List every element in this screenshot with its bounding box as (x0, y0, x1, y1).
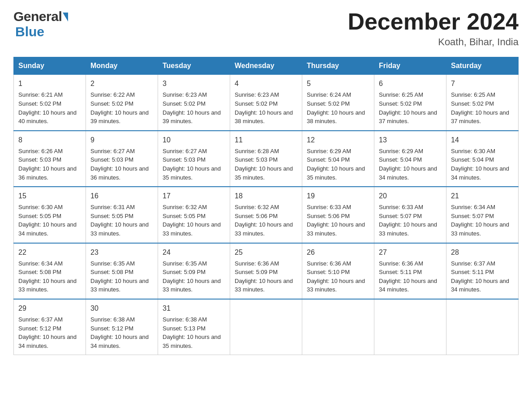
calendar-cell: 17Sunrise: 6:32 AMSunset: 5:05 PMDayligh… (158, 187, 230, 243)
day-info: Sunrise: 6:33 AMSunset: 5:06 PMDaylight:… (307, 204, 365, 237)
calendar-cell: 25Sunrise: 6:36 AMSunset: 5:09 PMDayligh… (230, 243, 302, 299)
day-number: 3 (163, 78, 225, 89)
day-info: Sunrise: 6:21 AMSunset: 5:02 PMDaylight:… (18, 91, 77, 124)
header-tuesday: Tuesday (158, 57, 230, 75)
calendar-cell: 19Sunrise: 6:33 AMSunset: 5:06 PMDayligh… (302, 187, 374, 243)
calendar-cell: 30Sunrise: 6:38 AMSunset: 5:12 PMDayligh… (86, 299, 158, 355)
day-number: 7 (451, 78, 514, 89)
day-info: Sunrise: 6:26 AMSunset: 5:03 PMDaylight:… (18, 148, 77, 181)
calendar-cell: 24Sunrise: 6:35 AMSunset: 5:09 PMDayligh… (158, 243, 230, 299)
calendar-cell: 16Sunrise: 6:31 AMSunset: 5:05 PMDayligh… (86, 187, 158, 243)
calendar-header-row: SundayMondayTuesdayWednesdayThursdayFrid… (14, 57, 519, 75)
day-info: Sunrise: 6:23 AMSunset: 5:02 PMDaylight:… (235, 91, 293, 124)
day-number: 13 (379, 135, 442, 145)
day-number: 26 (307, 247, 369, 257)
day-info: Sunrise: 6:22 AMSunset: 5:02 PMDaylight:… (90, 91, 149, 124)
day-info: Sunrise: 6:31 AMSunset: 5:05 PMDaylight:… (90, 204, 149, 237)
day-info: Sunrise: 6:24 AMSunset: 5:02 PMDaylight:… (307, 91, 365, 124)
day-info: Sunrise: 6:23 AMSunset: 5:02 PMDaylight:… (163, 91, 221, 124)
calendar-cell: 14Sunrise: 6:30 AMSunset: 5:04 PMDayligh… (446, 131, 519, 187)
calendar-cell: 6Sunrise: 6:25 AMSunset: 5:02 PMDaylight… (374, 75, 446, 131)
week-row-3: 15Sunrise: 6:30 AMSunset: 5:05 PMDayligh… (14, 187, 519, 243)
day-number: 24 (163, 247, 225, 257)
calendar-cell: 27Sunrise: 6:36 AMSunset: 5:11 PMDayligh… (374, 243, 446, 299)
calendar-cell: 28Sunrise: 6:37 AMSunset: 5:11 PMDayligh… (446, 243, 519, 299)
day-number: 17 (163, 191, 225, 201)
calendar-cell: 23Sunrise: 6:35 AMSunset: 5:08 PMDayligh… (86, 243, 158, 299)
day-info: Sunrise: 6:37 AMSunset: 5:12 PMDaylight:… (18, 316, 77, 349)
calendar-cell: 10Sunrise: 6:27 AMSunset: 5:03 PMDayligh… (158, 131, 230, 187)
day-number: 2 (90, 78, 153, 89)
location-text: Koath, Bihar, India (348, 36, 519, 48)
month-title: December 2024 (348, 9, 519, 34)
week-row-5: 29Sunrise: 6:37 AMSunset: 5:12 PMDayligh… (14, 299, 519, 355)
calendar-cell: 22Sunrise: 6:34 AMSunset: 5:08 PMDayligh… (14, 243, 86, 299)
day-info: Sunrise: 6:32 AMSunset: 5:06 PMDaylight:… (235, 204, 293, 237)
calendar-cell: 5Sunrise: 6:24 AMSunset: 5:02 PMDaylight… (302, 75, 374, 131)
week-row-4: 22Sunrise: 6:34 AMSunset: 5:08 PMDayligh… (14, 243, 519, 299)
logo-blue-text: Blue (15, 24, 44, 39)
calendar-cell: 4Sunrise: 6:23 AMSunset: 5:02 PMDaylight… (230, 75, 302, 131)
day-info: Sunrise: 6:36 AMSunset: 5:10 PMDaylight:… (307, 260, 365, 293)
day-info: Sunrise: 6:34 AMSunset: 5:08 PMDaylight:… (18, 260, 77, 293)
week-row-2: 8Sunrise: 6:26 AMSunset: 5:03 PMDaylight… (14, 131, 519, 187)
calendar-cell: 20Sunrise: 6:33 AMSunset: 5:07 PMDayligh… (374, 187, 446, 243)
day-number: 25 (235, 247, 297, 257)
day-info: Sunrise: 6:29 AMSunset: 5:04 PMDaylight:… (307, 148, 365, 181)
day-number: 29 (18, 303, 81, 313)
day-number: 22 (18, 247, 81, 257)
day-info: Sunrise: 6:30 AMSunset: 5:04 PMDaylight:… (451, 148, 509, 181)
day-number: 21 (451, 191, 514, 201)
day-number: 10 (163, 135, 225, 145)
day-info: Sunrise: 6:27 AMSunset: 5:03 PMDaylight:… (163, 148, 221, 181)
day-number: 9 (90, 135, 153, 145)
calendar-table: SundayMondayTuesdayWednesdayThursdayFrid… (13, 57, 519, 355)
calendar-cell (230, 299, 302, 355)
day-number: 14 (451, 135, 514, 145)
day-number: 12 (307, 135, 369, 145)
day-number: 16 (90, 191, 153, 201)
day-number: 5 (307, 78, 369, 89)
header-sunday: Sunday (14, 57, 86, 75)
calendar-cell: 12Sunrise: 6:29 AMSunset: 5:04 PMDayligh… (302, 131, 374, 187)
day-number: 23 (90, 247, 153, 257)
day-info: Sunrise: 6:36 AMSunset: 5:11 PMDaylight:… (379, 260, 437, 293)
day-number: 18 (235, 191, 297, 201)
day-number: 20 (379, 191, 442, 201)
day-info: Sunrise: 6:25 AMSunset: 5:02 PMDaylight:… (451, 91, 509, 124)
logo-arrow-icon (63, 13, 68, 21)
calendar-cell: 8Sunrise: 6:26 AMSunset: 5:03 PMDaylight… (14, 131, 86, 187)
day-number: 30 (90, 303, 153, 313)
day-info: Sunrise: 6:32 AMSunset: 5:05 PMDaylight:… (163, 204, 221, 237)
calendar-cell: 3Sunrise: 6:23 AMSunset: 5:02 PMDaylight… (158, 75, 230, 131)
calendar-cell: 29Sunrise: 6:37 AMSunset: 5:12 PMDayligh… (14, 299, 86, 355)
calendar-cell: 15Sunrise: 6:30 AMSunset: 5:05 PMDayligh… (14, 187, 86, 243)
day-number: 31 (163, 303, 225, 313)
calendar-cell: 26Sunrise: 6:36 AMSunset: 5:10 PMDayligh… (302, 243, 374, 299)
header-thursday: Thursday (302, 57, 374, 75)
day-number: 8 (18, 135, 81, 145)
header-monday: Monday (86, 57, 158, 75)
header-friday: Friday (374, 57, 446, 75)
day-info: Sunrise: 6:35 AMSunset: 5:08 PMDaylight:… (90, 260, 149, 293)
page-header: General Blue December 2024 Koath, Bihar,… (13, 9, 519, 48)
title-block: December 2024 Koath, Bihar, India (348, 9, 519, 48)
day-info: Sunrise: 6:37 AMSunset: 5:11 PMDaylight:… (451, 260, 509, 293)
day-info: Sunrise: 6:38 AMSunset: 5:12 PMDaylight:… (90, 316, 149, 349)
day-info: Sunrise: 6:33 AMSunset: 5:07 PMDaylight:… (379, 204, 437, 237)
day-info: Sunrise: 6:30 AMSunset: 5:05 PMDaylight:… (18, 204, 77, 237)
calendar-cell: 11Sunrise: 6:28 AMSunset: 5:03 PMDayligh… (230, 131, 302, 187)
day-number: 27 (379, 247, 442, 257)
day-info: Sunrise: 6:27 AMSunset: 5:03 PMDaylight:… (90, 148, 149, 181)
calendar-cell: 7Sunrise: 6:25 AMSunset: 5:02 PMDaylight… (446, 75, 519, 131)
calendar-cell: 2Sunrise: 6:22 AMSunset: 5:02 PMDaylight… (86, 75, 158, 131)
day-number: 28 (451, 247, 514, 257)
header-saturday: Saturday (446, 57, 519, 75)
calendar-cell (446, 299, 519, 355)
calendar-cell: 18Sunrise: 6:32 AMSunset: 5:06 PMDayligh… (230, 187, 302, 243)
day-number: 19 (307, 191, 369, 201)
header-wednesday: Wednesday (230, 57, 302, 75)
day-number: 1 (18, 78, 81, 89)
calendar-cell: 13Sunrise: 6:29 AMSunset: 5:04 PMDayligh… (374, 131, 446, 187)
calendar-cell: 1Sunrise: 6:21 AMSunset: 5:02 PMDaylight… (14, 75, 86, 131)
